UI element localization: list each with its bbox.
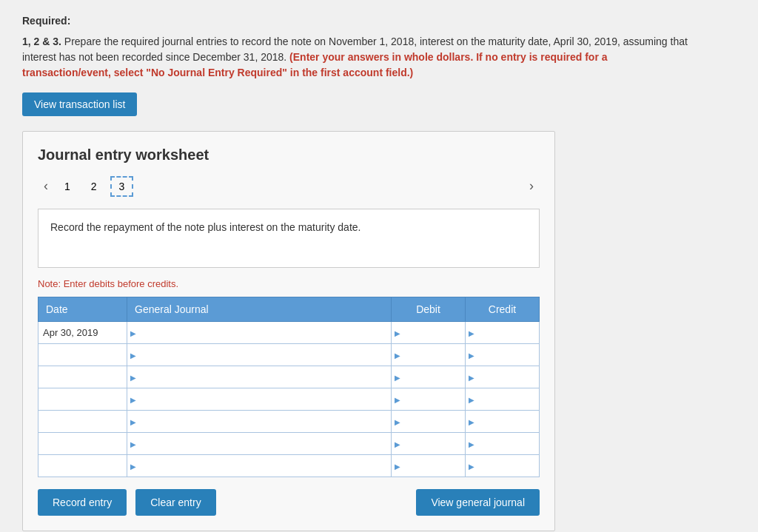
date-cell	[38, 388, 127, 411]
general-journal-input[interactable]	[139, 350, 386, 361]
table-row	[38, 411, 540, 433]
debit-cell[interactable]	[392, 388, 466, 411]
bottom-buttons: Record entry Clear entry View general jo…	[38, 489, 540, 516]
date-cell	[38, 411, 127, 433]
credit-input[interactable]	[470, 417, 534, 428]
general-journal-cell[interactable]	[127, 388, 392, 411]
prev-page-button[interactable]: ‹	[38, 175, 54, 197]
general-journal-input[interactable]	[139, 439, 386, 450]
credit-cell[interactable]	[466, 455, 540, 477]
table-row: Apr 30, 2019	[38, 322, 540, 344]
credit-input[interactable]	[470, 328, 534, 339]
credit-input[interactable]	[470, 350, 534, 361]
worksheet-container: Journal entry worksheet ‹ 1 2 3 › Record…	[22, 131, 555, 531]
table-row	[38, 455, 540, 477]
debit-input[interactable]	[396, 350, 460, 361]
instruction-text: Record the repayment of the note plus in…	[50, 221, 360, 233]
general-journal-cell[interactable]	[127, 322, 392, 344]
credit-cell[interactable]	[466, 366, 540, 388]
general-journal-cell[interactable]	[127, 344, 392, 366]
credit-cell[interactable]	[466, 322, 540, 344]
credit-cell[interactable]	[466, 433, 540, 455]
date-cell	[38, 344, 127, 366]
debit-cell[interactable]	[392, 344, 466, 366]
col-header-date: Date	[38, 297, 127, 322]
debit-input[interactable]	[396, 328, 460, 339]
table-row	[38, 344, 540, 366]
general-journal-cell[interactable]	[127, 455, 392, 477]
general-journal-input[interactable]	[139, 461, 386, 472]
credit-input[interactable]	[470, 439, 534, 450]
col-header-credit: Credit	[466, 297, 540, 322]
journal-table: Date General Journal Debit Credit Apr 30…	[38, 297, 540, 477]
debit-input[interactable]	[396, 439, 460, 450]
problem-text: 1, 2 & 3. Prepare the required journal e…	[22, 34, 688, 81]
debit-input[interactable]	[396, 461, 460, 472]
required-label: Required:	[22, 15, 736, 27]
view-general-journal-button[interactable]: View general journal	[416, 489, 540, 516]
table-row	[38, 433, 540, 455]
debit-cell[interactable]	[392, 433, 466, 455]
general-journal-cell[interactable]	[127, 411, 392, 433]
debit-input[interactable]	[396, 417, 460, 428]
problem-number: 1, 2 & 3.	[22, 36, 61, 47]
debit-input[interactable]	[396, 394, 460, 405]
pagination: ‹ 1 2 3 ›	[38, 175, 540, 197]
general-journal-cell[interactable]	[127, 366, 392, 388]
credit-input[interactable]	[470, 372, 534, 383]
next-page-button[interactable]: ›	[523, 175, 540, 197]
date-cell	[38, 455, 127, 477]
credit-input[interactable]	[470, 394, 534, 405]
credit-cell[interactable]	[466, 344, 540, 366]
debit-cell[interactable]	[392, 322, 466, 344]
record-entry-button[interactable]: Record entry	[38, 489, 127, 516]
view-transaction-button[interactable]: View transaction list	[22, 92, 137, 116]
col-header-debit: Debit	[392, 297, 466, 322]
note-text: Note: Enter debits before credits.	[38, 278, 540, 289]
credit-cell[interactable]	[466, 388, 540, 411]
debit-cell[interactable]	[392, 366, 466, 388]
debit-input[interactable]	[396, 372, 460, 383]
table-row	[38, 366, 540, 388]
debit-cell[interactable]	[392, 455, 466, 477]
date-cell	[38, 366, 127, 388]
debit-cell[interactable]	[392, 411, 466, 433]
worksheet-title: Journal entry worksheet	[38, 147, 540, 164]
general-journal-input[interactable]	[139, 417, 386, 428]
date-cell: Apr 30, 2019	[38, 322, 127, 344]
table-row	[38, 388, 540, 411]
col-header-general-journal: General Journal	[127, 297, 392, 322]
credit-input[interactable]	[470, 461, 534, 472]
general-journal-cell[interactable]	[127, 433, 392, 455]
page-2-button[interactable]: 2	[84, 178, 104, 195]
credit-cell[interactable]	[466, 411, 540, 433]
general-journal-input[interactable]	[139, 394, 386, 405]
page-1-button[interactable]: 1	[57, 178, 78, 195]
page-3-button[interactable]: 3	[110, 176, 134, 197]
general-journal-input[interactable]	[139, 328, 386, 339]
general-journal-input[interactable]	[139, 372, 386, 383]
instruction-box: Record the repayment of the note plus in…	[38, 209, 540, 268]
clear-entry-button[interactable]: Clear entry	[135, 489, 215, 516]
date-cell	[38, 433, 127, 455]
